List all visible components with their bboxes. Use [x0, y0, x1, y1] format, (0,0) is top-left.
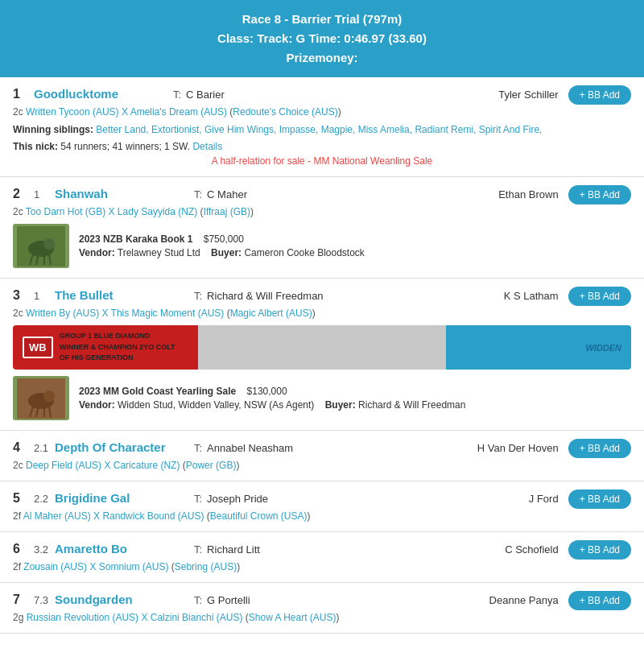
jockey-name: C Schofield	[505, 543, 558, 556]
vendor-label: Vendor:	[79, 399, 115, 411]
sale-price: $130,000	[247, 386, 287, 397]
bb-add-button[interactable]: + BB Add	[568, 540, 631, 560]
wb-logo: WB	[23, 337, 53, 358]
banner-line2: WINNER & CHAMPION 2YO COLT	[60, 342, 580, 353]
trainer-label: T:	[188, 493, 202, 505]
siblings-list: Better Land, Extortionist, Give Him Wing…	[96, 124, 542, 135]
sale-info: 2023 NZB Karaka Book 1 $750,000 Vendor: …	[13, 224, 631, 268]
jockey-name: J Ford	[529, 493, 559, 505]
wb-text: GROUP 1 BLUE DIAMOND WINNER & CHAMPION 2…	[60, 331, 580, 364]
nick-label: This nick:	[13, 141, 58, 152]
sale-details: 2023 NZB Karaka Book 1 $750,000 Vendor: …	[79, 233, 365, 258]
trainer-label: T:	[188, 543, 202, 556]
trainer-name: C Barier	[186, 89, 225, 101]
horse-name: Goodlucktome	[34, 87, 163, 101]
bb-add-button[interactable]: + BB Add	[568, 185, 631, 204]
trainer-label: T:	[167, 89, 181, 101]
nick-details-link[interactable]: Details	[192, 141, 222, 152]
lineage: 2c Written By (AUS) X This Magic Moment …	[13, 308, 631, 319]
trainer-label: T:	[188, 188, 202, 200]
lineage: 2c Too Darn Hot (GB) X Lady Sayyida (NZ)…	[13, 206, 631, 217]
trainer-label: T:	[188, 594, 202, 606]
bb-add-button[interactable]: + BB Add	[568, 287, 631, 306]
sale-title-price: 2023 NZB Karaka Book 1 $750,000	[79, 233, 365, 245]
sale-image	[13, 224, 69, 268]
buyer-label: Buyer:	[325, 399, 356, 411]
bb-add-button[interactable]: + BB Add	[568, 85, 631, 105]
vendor-name: Trelawney Stud Ltd	[118, 247, 200, 258]
trainer-name: Richard & Will Freedman	[207, 290, 324, 302]
buyer-name: Richard & Will Freedman	[358, 399, 465, 411]
promo-text: A half-relation for sale - MM National W…	[13, 155, 631, 167]
sale-title: 2023 MM Gold Coast Yearling Sale	[79, 386, 236, 397]
horse-name: Amaretto Bo	[55, 542, 184, 556]
jockey-name: H Van Der Hoven	[477, 442, 559, 454]
svg-point-9	[43, 390, 55, 402]
winning-siblings: Winning siblings: Better Land, Extortion…	[13, 122, 631, 138]
vendor-name: Widden Stud, Widden Valley, NSW (As Agen…	[118, 399, 314, 411]
race-entry: 7 7.3 Soundgarden T: G Portelli Deanne P…	[0, 583, 644, 634]
entry-number: 7	[13, 593, 29, 607]
race-entry: 1 Goodlucktome T: C Barier Tyler Schille…	[0, 77, 644, 177]
sale-info: 2023 MM Gold Coast Yearling Sale $130,00…	[13, 376, 631, 420]
lineage: 2f Al Maher (AUS) X Randwick Bound (AUS)…	[13, 510, 631, 522]
winning-siblings-label: Winning siblings:	[13, 124, 93, 135]
header-line3: Prizemoney:	[13, 48, 631, 68]
trainer-name: G Portelli	[207, 594, 250, 606]
nick-info: This nick: 54 runners; 41 winners; 1 SW.…	[13, 141, 631, 152]
sale-price: $750,000	[204, 233, 244, 245]
nick-value: 54 runners; 41 winners; 1 SW.	[60, 141, 190, 152]
race-entry: 5 2.2 Brigidine Gal T: Joseph Pride J Fo…	[0, 481, 644, 532]
header-line1: Race 8 - Barrier Trial (797m)	[13, 10, 631, 29]
entry-number: 6	[13, 542, 29, 556]
bb-add-button[interactable]: + BB Add	[568, 591, 631, 610]
entry-number: 3	[13, 288, 29, 303]
horse-name: Brigidine Gal	[55, 491, 184, 505]
lineage: 2f Zousain (AUS) X Somnium (AUS) (Sebrin…	[13, 561, 631, 572]
barrier-number: 3.2	[34, 543, 50, 556]
trainer-name: C Maher	[207, 188, 247, 200]
race-entry: 3 1 The Bullet T: Richard & Will Freedma…	[0, 279, 644, 431]
sale-details: 2023 MM Gold Coast Yearling Sale $130,00…	[79, 386, 465, 411]
bb-add-button[interactable]: + BB Add	[568, 489, 631, 509]
horse-name: Shanwah	[55, 187, 184, 200]
barrier-number: 2.1	[34, 442, 50, 454]
horse-name: Soundgarden	[55, 593, 184, 606]
jockey-name: Ethan Brown	[498, 188, 558, 200]
bb-add-button[interactable]: + BB Add	[568, 439, 631, 458]
header-line2: Class: Track: G Time: 0:46.97 (33.60)	[13, 29, 631, 48]
entry-number: 2	[13, 187, 29, 201]
jockey-name: Deanne Panya	[489, 594, 559, 606]
lineage: 2c Written Tycoon (AUS) X Amelia's Dream…	[13, 106, 631, 118]
horse-name: The Bullet	[55, 288, 184, 302]
entry-number: 1	[13, 87, 29, 101]
jockey-name: K S Latham	[504, 290, 559, 302]
barrier-number: 1	[34, 188, 50, 200]
trainer-name: Richard Litt	[207, 543, 260, 556]
trainer-name: Annabel Neasham	[207, 442, 293, 454]
race-entry: 6 3.2 Amaretto Bo T: Richard Litt C Scho…	[0, 532, 644, 583]
entry-number: 5	[13, 491, 29, 506]
barrier-number: 1	[34, 290, 50, 302]
sale-title-price: 2023 MM Gold Coast Yearling Sale $130,00…	[79, 386, 465, 397]
race-entry: 2 1 Shanwah T: C Maher Ethan Brown + BB …	[0, 177, 644, 279]
jockey-name: Tyler Schiller	[498, 89, 558, 101]
buyer-label: Buyer:	[211, 247, 242, 258]
sale-vendor-row: Vendor: Widden Stud, Widden Valley, NSW …	[79, 399, 465, 411]
trainer-label: T:	[188, 290, 202, 302]
header: Race 8 - Barrier Trial (797m) Class: Tra…	[0, 0, 644, 77]
entry-number: 4	[13, 440, 29, 455]
trainer-name: Joseph Pride	[207, 493, 268, 505]
vendor-label: Vendor:	[79, 247, 115, 258]
barrier-number: 2.2	[34, 493, 50, 505]
wb-banner: WB GROUP 1 BLUE DIAMOND WINNER & CHAMPIO…	[13, 325, 631, 370]
barrier-number: 7.3	[34, 594, 50, 606]
lineage: 2c Deep Field (AUS) X Caricature (NZ) (P…	[13, 460, 631, 471]
banner-line3: OF HIS GENERATION	[60, 353, 580, 364]
banner-line1: GROUP 1 BLUE DIAMOND	[60, 331, 580, 342]
lineage: 2g Russian Revolution (AUS) X Calzini Bi…	[13, 612, 631, 623]
sale-title: 2023 NZB Karaka Book 1	[79, 233, 192, 245]
trainer-label: T:	[188, 442, 202, 454]
sale-image	[13, 376, 69, 420]
buyer-name: Cameron Cooke Bloodstock	[244, 247, 364, 258]
